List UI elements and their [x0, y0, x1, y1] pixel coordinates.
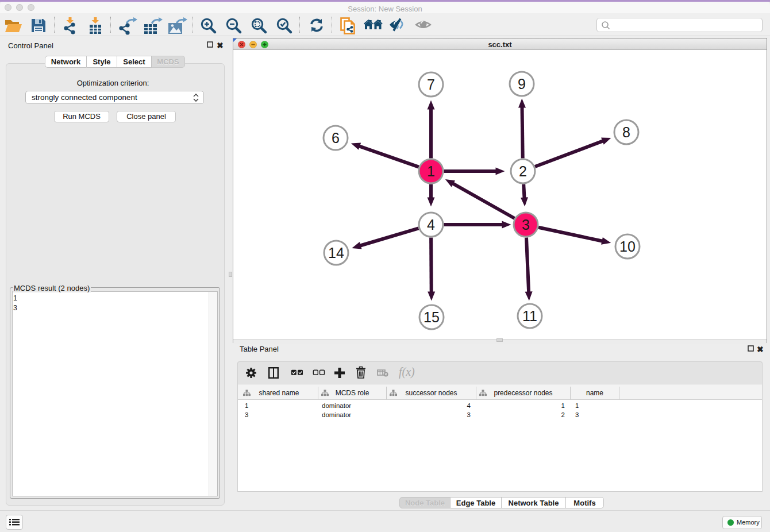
svg-text:6: 6 — [332, 130, 340, 146]
svg-text:8: 8 — [622, 124, 630, 140]
svg-text:15: 15 — [424, 309, 440, 325]
svg-text:14: 14 — [328, 245, 344, 261]
svg-text:7: 7 — [427, 76, 435, 92]
svg-text:9: 9 — [518, 76, 526, 92]
svg-text:2: 2 — [519, 163, 527, 179]
svg-text:11: 11 — [522, 308, 537, 324]
svg-text:4: 4 — [427, 217, 435, 233]
svg-text:10: 10 — [619, 238, 636, 255]
svg-text:1: 1 — [427, 163, 435, 179]
svg-text:3: 3 — [522, 217, 530, 233]
